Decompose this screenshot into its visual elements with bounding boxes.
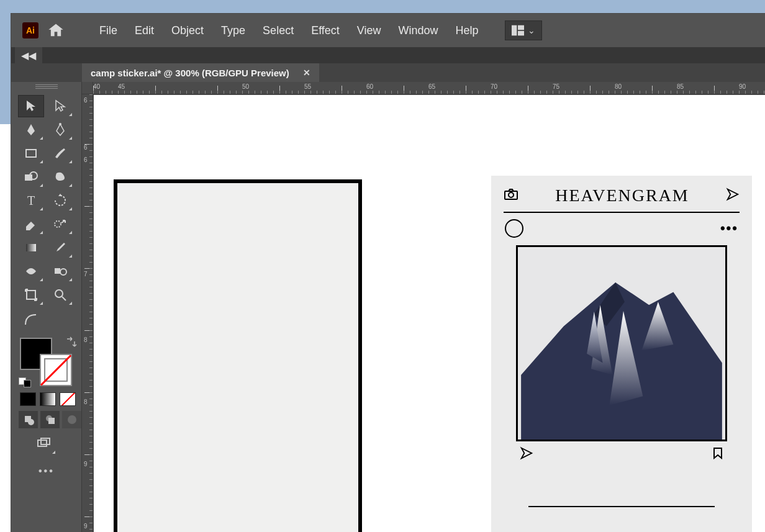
arc-tool[interactable]	[19, 309, 43, 330]
svg-text:T: T	[27, 194, 35, 207]
zoom-tool[interactable]	[48, 284, 73, 305]
pasteboard[interactable]: HEAVENGRAM •••	[94, 95, 765, 532]
svg-point-3	[59, 123, 61, 125]
ruler-h-label: 45	[118, 83, 125, 90]
scale-tool[interactable]	[48, 214, 73, 235]
color-mode-row	[11, 389, 81, 411]
desktop-edge	[0, 124, 11, 532]
close-tab-icon[interactable]: ✕	[303, 68, 310, 78]
svg-point-11	[60, 269, 66, 275]
canvas-area[interactable]: 4045505560657075808590 666678899 HEAVENG…	[82, 82, 765, 532]
control-bar-collapse-button[interactable]: ◀◀	[15, 47, 42, 63]
edit-toolbar-button[interactable]: •••	[11, 459, 81, 477]
document-tab[interactable]: camp sticker.ai* @ 300% (RGB/GPU Preview…	[82, 63, 319, 82]
pen-tool[interactable]	[19, 119, 43, 140]
menu-edit[interactable]: Edit	[126, 22, 163, 40]
collapse-icon: ◀◀	[21, 50, 36, 61]
ruler-v-label: 6	[84, 144, 88, 151]
ruler-v-label: 9	[84, 461, 88, 467]
svg-rect-9	[26, 244, 36, 251]
gradient-tool[interactable]	[19, 237, 43, 258]
ruler-h-label: 85	[677, 83, 684, 90]
fill-stroke-control[interactable]	[20, 338, 72, 386]
menu-object[interactable]: Object	[163, 22, 212, 40]
ruler-h-label: 70	[491, 83, 497, 90]
menu-effect[interactable]: Effect	[302, 22, 348, 40]
bookmark-icon	[712, 447, 723, 462]
draw-behind-button[interactable]	[40, 411, 60, 428]
ruler-v-label: 7	[84, 271, 88, 277]
svg-rect-0	[512, 25, 517, 36]
svg-rect-20	[41, 438, 50, 444]
document-tab-label: camp sticker.ai* @ 300% (RGB/GPU Preview…	[91, 68, 289, 78]
none-slash-icon	[40, 354, 71, 385]
stroke-swatch[interactable]	[40, 354, 72, 386]
curvature-tool[interactable]	[48, 119, 73, 140]
menu-file[interactable]: File	[91, 22, 126, 40]
document-tab-bar: camp sticker.ai* @ 300% (RGB/GPU Preview…	[11, 63, 765, 82]
svg-point-15	[28, 419, 34, 425]
svg-rect-17	[48, 418, 55, 424]
svg-point-18	[68, 415, 76, 424]
control-bar	[11, 47, 765, 63]
menu-select[interactable]: Select	[254, 22, 302, 40]
svg-rect-1	[518, 25, 524, 30]
svg-rect-4	[26, 150, 36, 157]
workspace-icon	[512, 25, 524, 36]
color-gradient-button[interactable]	[40, 392, 56, 406]
svg-rect-5	[25, 174, 32, 181]
ruler-h-label: 50	[242, 83, 249, 90]
ruler-v-label: 8	[84, 336, 88, 343]
free-transform-tool[interactable]	[48, 166, 73, 187]
workspace-switcher[interactable]: ⌄	[505, 20, 542, 40]
shape-builder-tool[interactable]	[19, 166, 43, 187]
screen-mode-button[interactable]	[31, 433, 56, 454]
paintbrush-tool[interactable]	[48, 143, 73, 164]
eraser-tool[interactable]	[19, 214, 43, 235]
default-fill-stroke-icon[interactable]	[19, 377, 31, 387]
rotate-tool[interactable]	[48, 190, 73, 211]
ruler-vertical[interactable]: 666678899	[82, 82, 93, 532]
ruler-v-label: 9	[84, 523, 88, 530]
artboard-empty-frame[interactable]	[114, 179, 362, 532]
home-icon[interactable]	[47, 22, 65, 39]
ruler-v-label: 6	[84, 156, 88, 163]
mountain-illustration	[518, 247, 725, 440]
panel-grip[interactable]	[35, 84, 58, 91]
menu-view[interactable]: View	[348, 22, 390, 40]
eyedropper-tool[interactable]	[48, 237, 73, 258]
color-none-button[interactable]	[60, 392, 76, 406]
menu-bar: Ai File Edit Object Type Select Effect V…	[11, 14, 765, 47]
ruler-v-label: 8	[84, 399, 88, 405]
menu-help[interactable]: Help	[447, 22, 487, 40]
caption-line	[528, 506, 715, 507]
artboard-tool[interactable]	[19, 284, 43, 305]
svg-point-8	[55, 221, 61, 227]
heavengram-title: HEAVENGRAM	[518, 186, 726, 205]
chevron-down-icon: ⌄	[528, 25, 535, 35]
more-icon: •••	[720, 220, 738, 237]
width-tool[interactable]	[19, 261, 43, 282]
ruler-origin[interactable]	[82, 82, 93, 94]
swap-fill-stroke-icon[interactable]	[65, 336, 77, 351]
send-icon	[726, 187, 740, 204]
ruler-horizontal[interactable]: 4045505560657075808590	[93, 82, 765, 94]
direct-selection-tool[interactable]	[48, 96, 73, 117]
menu-type[interactable]: Type	[212, 22, 254, 40]
rectangle-tool[interactable]	[19, 143, 43, 164]
color-solid-button[interactable]	[20, 392, 36, 406]
draw-inside-button[interactable]	[62, 411, 81, 428]
type-tool[interactable]: T	[19, 190, 43, 211]
ruler-h-label: 55	[304, 83, 311, 90]
illustrator-window: Ai File Edit Object Type Select Effect V…	[11, 14, 765, 532]
svg-rect-12	[27, 291, 35, 299]
app-logo: Ai	[22, 22, 38, 38]
svg-point-13	[55, 290, 63, 297]
tools-panel: T	[11, 82, 82, 532]
menu-window[interactable]: Window	[390, 22, 447, 40]
heavengram-card-art[interactable]: HEAVENGRAM •••	[491, 176, 752, 532]
draw-normal-button[interactable]	[19, 411, 38, 428]
selection-tool[interactable]	[19, 96, 43, 117]
ruler-h-label: 65	[428, 83, 435, 90]
blend-tool[interactable]	[48, 261, 73, 282]
